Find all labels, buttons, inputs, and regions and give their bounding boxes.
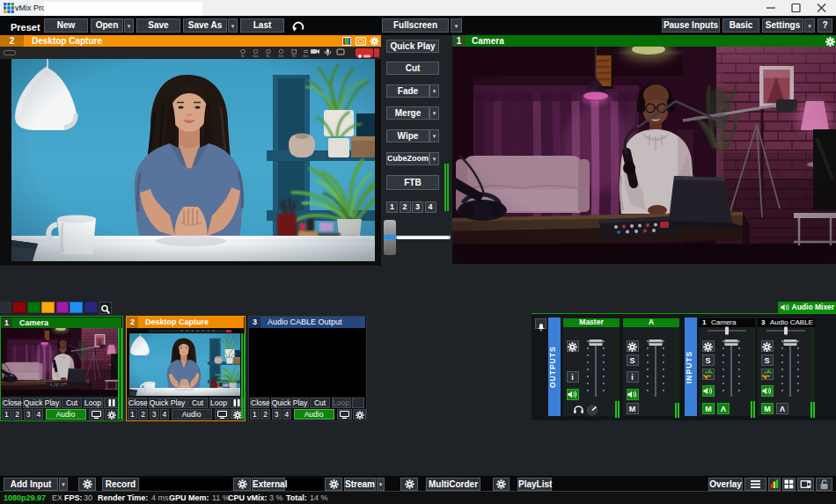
svg-text:Emo: Emo	[279, 55, 284, 58]
svg-text:More: More	[304, 55, 309, 58]
svg-text:Mic: Mic	[241, 55, 246, 58]
svg-text:Rec: Rec	[267, 55, 271, 58]
svg-text:Hand: Hand	[253, 55, 259, 58]
svg-text:Shr: Shr	[292, 55, 296, 58]
